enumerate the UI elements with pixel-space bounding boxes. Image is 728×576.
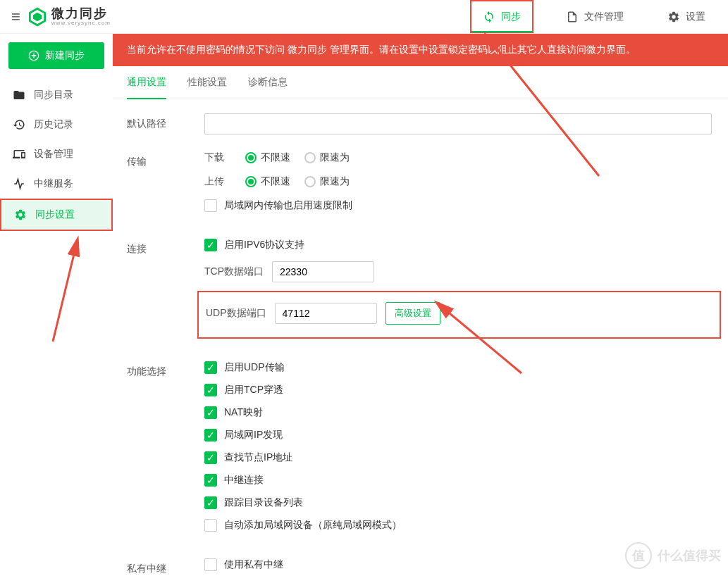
tab-diagnostic[interactable]: 诊断信息 [248, 66, 288, 99]
logo-subtitle: www.verysync.com [51, 20, 111, 26]
nav-settings-label: 设置 [686, 11, 705, 23]
lan-limit-checkbox[interactable]: 局域网内传输也启用速度限制 [204, 199, 714, 212]
udp-transfer-checkbox[interactable]: ✓启用UDP传输 [204, 361, 714, 374]
logo-icon [27, 7, 47, 27]
sidebar-item-label: 历史记录 [34, 118, 73, 131]
new-sync-button[interactable]: 新建同步 [8, 42, 104, 69]
sidebar: 新建同步 同步目录 历史记录 设备管理 中继服务 同步设置 [0, 34, 113, 576]
download-label: 下载 [204, 151, 234, 164]
gear-icon [14, 208, 27, 221]
new-sync-label: 新建同步 [45, 49, 85, 62]
udp-port-label: UDP数据端口 [206, 307, 266, 320]
download-limited-radio[interactable]: 限速为 [304, 151, 350, 164]
upload-label: 上传 [204, 175, 234, 188]
logo-text: 微力同步 [51, 7, 111, 20]
sidebar-item-sync-settings[interactable]: 同步设置 [0, 199, 113, 231]
sidebar-item-label: 设备管理 [34, 148, 73, 161]
folder-icon [13, 89, 25, 101]
transfer-label: 传输 [127, 151, 204, 168]
udp-port-input[interactable] [275, 303, 377, 324]
nav-sync[interactable]: 同步 [470, 0, 533, 33]
upload-unlimited-radio[interactable]: 不限速 [245, 175, 290, 188]
tab-general[interactable]: 通用设置 [127, 66, 166, 99]
download-unlimited-radio[interactable]: 不限速 [245, 151, 290, 164]
header-bar: ≡ 微力同步 www.verysync.com 同步 文件管理 设置 [0, 0, 728, 34]
tcp-port-input[interactable] [272, 261, 374, 282]
sidebar-item-relay[interactable]: 中继服务 [0, 169, 113, 199]
nav-settings[interactable]: 设置 [656, 0, 717, 33]
sync-icon [483, 11, 495, 23]
upload-limited-radio[interactable]: 限速为 [304, 175, 350, 188]
devices-icon [13, 148, 25, 161]
udp-port-highlight: UDP数据端口 高级设置 [197, 291, 721, 339]
auto-add-lan-checkbox[interactable]: 自动添加局域网设备（原纯局域网模式） [204, 519, 714, 532]
watermark: 值 什么值得买 [625, 542, 721, 569]
sidebar-item-device[interactable]: 设备管理 [0, 139, 113, 169]
tab-performance[interactable]: 性能设置 [187, 66, 227, 99]
sidebar-item-label: 中继服务 [34, 177, 73, 190]
activity-icon [13, 177, 25, 190]
sidebar-item-sync-dir[interactable]: 同步目录 [0, 80, 113, 110]
sidebar-item-label: 同步设置 [35, 208, 75, 221]
private-relay-label: 私有中继 [127, 558, 204, 575]
watermark-badge: 值 [625, 542, 652, 569]
logo[interactable]: 微力同步 www.verysync.com [27, 7, 111, 27]
svg-marker-1 [33, 12, 42, 20]
default-path-label: 默认路径 [127, 113, 204, 130]
nav-files[interactable]: 文件管理 [555, 0, 635, 33]
settings-tabs: 通用设置 性能设置 诊断信息 [113, 66, 728, 99]
plus-circle-icon [28, 50, 39, 61]
history-icon [13, 118, 25, 131]
nat-checkbox[interactable]: ✓NAT映射 [204, 406, 714, 419]
tcp-punch-checkbox[interactable]: ✓启用TCP穿透 [204, 384, 714, 396]
main-content: 当前允许在不使用密码的情况下访问 微力同步 管理界面。请在设置中设置锁定密码以阻… [113, 34, 728, 576]
relay-conn-checkbox[interactable]: ✓中继连接 [204, 474, 714, 487]
features-label: 功能选择 [127, 361, 204, 378]
sidebar-item-history[interactable]: 历史记录 [0, 110, 113, 139]
track-device-checkbox[interactable]: ✓跟踪目录设备列表 [204, 496, 714, 509]
default-path-input[interactable] [204, 113, 712, 134]
nav-sync-label: 同步 [501, 11, 521, 23]
lan-discover-checkbox[interactable]: ✓局域网IP发现 [204, 429, 714, 442]
warning-banner: 当前允许在不使用密码的情况下访问 微力同步 管理界面。请在设置中设置锁定密码以阻… [113, 34, 728, 66]
gear-icon [667, 11, 680, 23]
hamburger-menu-icon[interactable]: ≡ [11, 8, 20, 26]
connection-label: 连接 [127, 239, 204, 256]
file-icon [566, 11, 579, 23]
ipv6-checkbox[interactable]: ✓ 启用IPV6协议支持 [204, 239, 714, 251]
find-node-checkbox[interactable]: ✓查找节点IP地址 [204, 451, 714, 464]
nav-files-label: 文件管理 [584, 11, 624, 23]
tcp-port-label: TCP数据端口 [204, 265, 264, 278]
advanced-settings-button[interactable]: 高级设置 [385, 302, 440, 325]
watermark-text: 什么值得买 [658, 547, 721, 564]
sidebar-item-label: 同步目录 [34, 89, 73, 101]
